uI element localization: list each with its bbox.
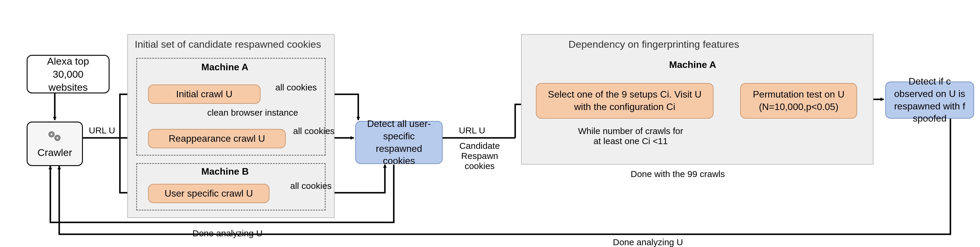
alexa-input-box: Alexa top 30,000 websites <box>27 55 110 93</box>
diagram-canvas: Alexa top 30,000 websites Crawler URL U … <box>0 0 980 247</box>
crawler-label: Crawler <box>37 147 72 158</box>
phase1-machine-a-title: Machine A <box>201 62 248 73</box>
phase2-machine-a-title: Machine A <box>669 59 716 70</box>
phase1-machine-b-title: Machine B <box>201 166 249 177</box>
user-specific-crawl-box: User specific crawl U <box>148 184 269 203</box>
all-cookies-3: all cookies <box>290 181 332 191</box>
all-cookies-1: all cookies <box>275 82 317 93</box>
initial-crawl-box: Initial crawl U <box>148 85 261 104</box>
svg-point-1 <box>50 133 53 136</box>
clean-browser-label: clean browser instance <box>207 107 298 118</box>
url-u-right-label: URL U <box>459 125 485 136</box>
done-99-label: Done with the 99 crawls <box>631 169 725 179</box>
done-analyzing-2: Done analyzing U <box>613 237 683 247</box>
detect-phase1-label: Detect all user-specific respawned cooki… <box>361 118 437 167</box>
done-analyzing-1: Done analyzing U <box>192 228 262 238</box>
alexa-label: Alexa top 30,000 websites <box>32 55 104 94</box>
user-specific-crawl-label: User specific crawl U <box>165 188 253 200</box>
url-u-left-label: URL U <box>89 125 115 136</box>
select-setup-box: Select one of the 9 setups Ci. Visit U w… <box>536 83 714 119</box>
reappearance-crawl-label: Reappearance crawl U <box>169 133 265 145</box>
gear-icon <box>47 130 63 145</box>
all-cookies-2: all cookies <box>293 126 334 136</box>
reappearance-crawl-box: Reappearance crawl U <box>148 129 286 148</box>
phase1-title: Initial set of candidate respawned cooki… <box>135 38 321 50</box>
initial-crawl-label: Initial crawl U <box>176 88 232 101</box>
while-loop-label: While number of crawls for at least one … <box>574 126 687 146</box>
svg-point-3 <box>56 137 59 139</box>
crawler-box: Crawler <box>27 122 83 166</box>
candidate-cookies-label: Candidate Respawn cookies <box>450 141 509 171</box>
permutation-test-label: Permutation test on U (N=10,000,p<0.05) <box>746 88 852 113</box>
permutation-test-box: Permutation test on U (N=10,000,p<0.05) <box>740 83 857 119</box>
select-setup-label: Select one of the 9 setups Ci. Visit U w… <box>541 88 708 113</box>
detect-phase2-label: Detect if c observed on U is respawned w… <box>891 75 969 125</box>
phase2-title: Dependency on fingerprinting features <box>568 38 739 50</box>
detect-phase1-box: Detect all user-specific respawned cooki… <box>355 121 442 164</box>
detect-phase2-box: Detect if c observed on U is respawned w… <box>885 82 974 119</box>
